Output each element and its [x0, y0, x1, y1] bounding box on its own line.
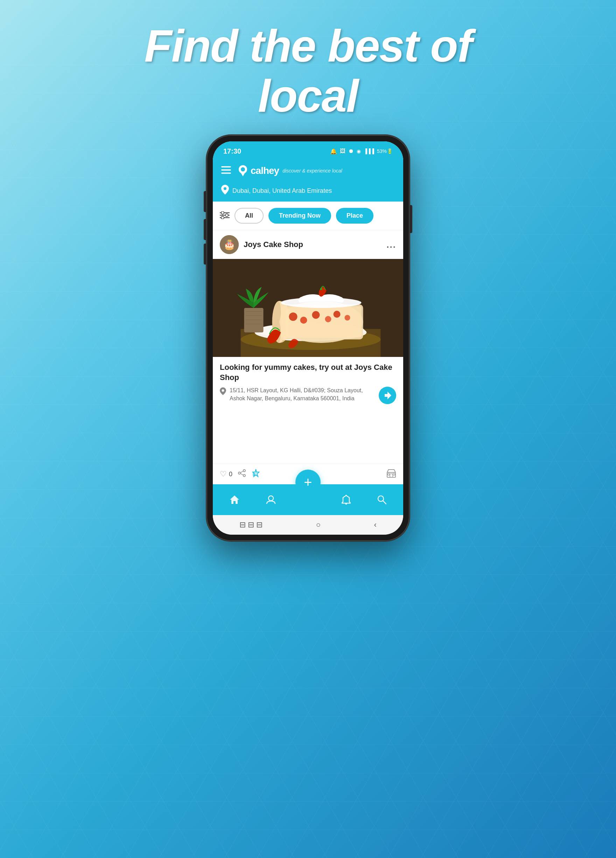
food-image — [213, 259, 403, 357]
svg-point-24 — [289, 312, 297, 321]
nav-home[interactable] — [222, 495, 247, 505]
location-bar[interactable]: Dubai, Dubai, United Arab Emirates — [213, 182, 403, 202]
feed-card: 🎂 Joys Cake Shop ... — [213, 230, 403, 484]
filter-area: All Trending Now Place — [213, 202, 403, 230]
signal-icon: ▐▐▐ — [364, 148, 374, 154]
phone-shell: 17:30 🔔 🖼 ⏺ ◉ ▐▐▐ 53%🔋 — [207, 135, 409, 541]
svg-point-25 — [300, 317, 307, 324]
hero-title-line2: local — [144, 71, 472, 121]
nav-profile[interactable] — [259, 495, 283, 505]
nav-notifications[interactable] — [334, 495, 358, 505]
svg-point-28 — [334, 311, 341, 318]
directions-button[interactable] — [379, 387, 396, 404]
svg-line-52 — [383, 501, 386, 504]
svg-rect-0 — [221, 166, 231, 168]
android-home-btn[interactable]: ○ — [316, 520, 320, 529]
app-header: calhey discover & experience local — [213, 160, 403, 182]
like-button[interactable]: ♡ 0 — [220, 469, 232, 479]
thumbsup-button[interactable] — [251, 469, 260, 480]
thumbsup-icon — [251, 469, 260, 480]
wifi-icon: ◉ — [357, 148, 361, 154]
status-bar: 17:30 🔔 🖼 ⏺ ◉ ▐▐▐ 53%🔋 — [213, 141, 403, 160]
filter-icon[interactable] — [220, 211, 230, 221]
svg-rect-23 — [281, 306, 362, 338]
svg-point-10 — [221, 211, 224, 214]
svg-text:🎂: 🎂 — [223, 239, 236, 250]
android-back-btn[interactable]: ‹ — [374, 520, 376, 529]
tab-place[interactable]: Place — [336, 208, 373, 224]
svg-marker-38 — [385, 392, 391, 399]
gallery-icon: 🖼 — [340, 148, 345, 154]
svg-point-29 — [345, 315, 350, 320]
svg-marker-4 — [240, 171, 246, 176]
svg-point-27 — [325, 316, 331, 322]
app-logo: calhey discover & experience local — [236, 165, 342, 177]
fab-add-button[interactable]: + — [296, 469, 320, 495]
svg-point-11 — [226, 214, 228, 217]
card-address-row: 15/11, HSR Layout, KG Halli, D&#039; Sou… — [220, 387, 396, 404]
svg-point-39 — [243, 469, 245, 472]
svg-rect-1 — [221, 169, 231, 171]
svg-line-42 — [240, 471, 243, 473]
tab-all[interactable]: All — [235, 208, 264, 224]
heart-icon: ♡ — [220, 469, 227, 479]
card-header: 🎂 Joys Cake Shop ... — [213, 230, 403, 259]
logo-pin-icon — [236, 165, 249, 177]
location-pin-icon — [221, 185, 229, 197]
nav-search[interactable] — [370, 495, 394, 505]
status-time: 17:30 — [223, 147, 241, 155]
status-icons: 🔔 🖼 ⏺ ◉ ▐▐▐ 53%🔋 — [330, 148, 393, 155]
share-icon — [238, 469, 246, 479]
address-pin-icon — [220, 387, 226, 397]
svg-rect-45 — [387, 473, 395, 477]
food-illustration — [213, 259, 403, 357]
logo-tagline: discover & experience local — [282, 168, 342, 174]
bottom-area: + — [213, 484, 403, 515]
android-nav-bar: ⊟ ⊟ ⊟ ○ ‹ — [213, 515, 403, 535]
svg-point-41 — [243, 474, 245, 477]
card-content: Looking for yummy cakes, try out at Joys… — [213, 357, 403, 464]
like-count: 0 — [229, 471, 232, 478]
address-text: 15/11, HSR Layout, KG Halli, D&#039; Sou… — [230, 387, 375, 403]
svg-rect-2 — [221, 173, 231, 174]
svg-rect-47 — [388, 473, 390, 475]
share-button[interactable] — [238, 469, 246, 479]
svg-point-37 — [222, 389, 224, 392]
battery-icon: 53%🔋 — [377, 148, 393, 154]
svg-line-43 — [240, 473, 243, 475]
svg-point-26 — [312, 311, 320, 319]
tab-trending[interactable]: Trending Now — [268, 208, 331, 224]
svg-rect-46 — [390, 474, 393, 477]
svg-point-31 — [320, 288, 322, 290]
record-icon: ⏺ — [348, 148, 354, 154]
svg-point-5 — [241, 167, 245, 171]
menu-icon[interactable] — [221, 166, 231, 176]
card-avatar: 🎂 — [220, 235, 239, 254]
card-title: Looking for yummy cakes, try out at Joys… — [220, 362, 396, 382]
svg-point-6 — [224, 187, 226, 190]
location-text: Dubai, Dubai, United Arab Emirates — [232, 187, 332, 194]
hero-title: Find the best of local — [144, 21, 472, 121]
svg-rect-48 — [393, 473, 395, 475]
svg-point-49 — [268, 496, 273, 501]
store-button[interactable] — [386, 468, 396, 480]
card-shop-name: Joys Cake Shop — [244, 240, 381, 249]
card-more-options[interactable]: ... — [386, 239, 396, 250]
svg-rect-44 — [253, 473, 255, 476]
android-recent-btn[interactable]: ⊟ ⊟ ⊟ — [240, 520, 263, 529]
store-icon — [386, 468, 396, 480]
svg-point-12 — [221, 216, 224, 219]
svg-point-40 — [238, 472, 240, 474]
logo-text: calhey — [250, 165, 279, 176]
phone-screen: 17:30 🔔 🖼 ⏺ ◉ ▐▐▐ 53%🔋 — [213, 141, 403, 535]
hero-title-line1: Find the best of — [144, 21, 472, 71]
notification-icon: 🔔 — [330, 148, 337, 155]
phone-mockup: 17:30 🔔 🖼 ⏺ ◉ ▐▐▐ 53%🔋 — [207, 135, 409, 541]
